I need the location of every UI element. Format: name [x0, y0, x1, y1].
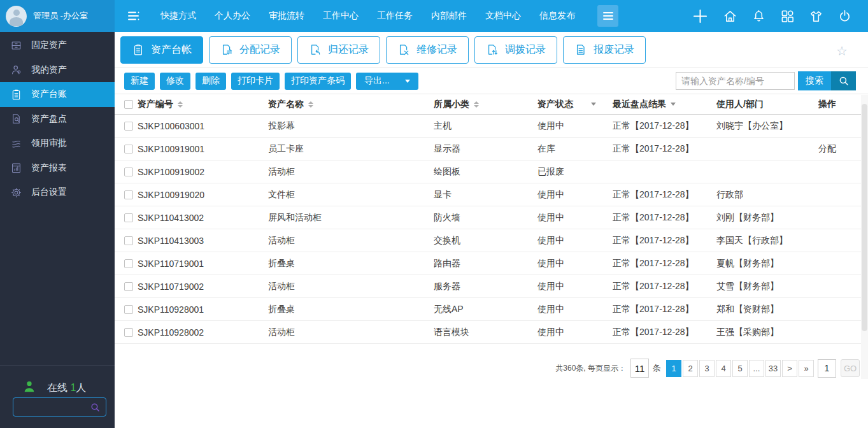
tab-5[interactable]: 调拨记录	[474, 36, 557, 64]
data-cell: 员工卡座	[268, 143, 434, 155]
row-checkbox[interactable]	[124, 168, 133, 176]
home-icon[interactable]	[723, 9, 737, 24]
tshirt-icon[interactable]	[809, 9, 823, 24]
data-cell: 刘晓宇【办公室】	[716, 120, 818, 132]
sort-icon[interactable]	[474, 101, 479, 108]
column-header-7[interactable]: 操作	[818, 99, 861, 110]
power-icon[interactable]	[837, 9, 852, 24]
page-size-input[interactable]	[630, 359, 649, 378]
row-checkbox[interactable]	[124, 305, 133, 314]
row-checkbox[interactable]	[124, 145, 133, 153]
row-checkbox[interactable]	[124, 190, 133, 199]
data-cell: SJKP110413002	[138, 213, 268, 223]
action-cell[interactable]: 分配	[818, 143, 861, 155]
row-checkbox[interactable]	[124, 259, 133, 268]
data-cell: 交换机	[434, 235, 537, 246]
sort-icon[interactable]	[178, 101, 183, 108]
sidebar-search-input[interactable]	[13, 403, 90, 412]
tab-1[interactable]: 资产台帐	[120, 36, 203, 64]
last-page-button[interactable]: »	[799, 360, 814, 377]
search-button[interactable]: 搜索	[798, 71, 831, 90]
menu-item-1[interactable]: 快捷方式	[160, 10, 196, 22]
filter-caret-icon[interactable]	[591, 103, 596, 106]
data-cell: 李国天【行政部】	[716, 235, 818, 246]
apps-icon[interactable]	[780, 9, 795, 24]
tab-6[interactable]: 报废记录	[563, 36, 646, 64]
sidebar-item-2[interactable]: 我的资产	[0, 58, 115, 83]
row-checkbox[interactable]	[124, 122, 133, 131]
sidebar-item-3[interactable]: 资产台账	[0, 82, 115, 107]
sidebar-menu: 固定资产我的资产资产台账资产盘点领用审批资产报表后台设置	[0, 32, 115, 205]
bell-icon[interactable]	[751, 9, 766, 24]
toolbar-button-2[interactable]: 修改	[160, 73, 190, 90]
tab-4[interactable]: 维修记录	[386, 36, 469, 64]
row-checkbox-cell	[115, 122, 138, 131]
export-button[interactable]: 导出...	[356, 73, 418, 90]
page-button-5[interactable]: 5	[732, 360, 748, 377]
page-button-33[interactable]: 33	[765, 360, 781, 377]
page-button-3[interactable]: 3	[699, 360, 715, 377]
toolbar-button-1[interactable]: 新建	[124, 73, 155, 90]
collapse-menu-icon[interactable]	[126, 8, 141, 24]
sidebar-item-6[interactable]: 资产报表	[0, 156, 115, 181]
menu-item-3[interactable]: 审批流转	[269, 10, 304, 22]
row-checkbox[interactable]	[124, 282, 133, 291]
doc-repair-icon	[397, 43, 410, 56]
data-cell: SJKP110413003	[138, 236, 268, 246]
toolbar-button-4[interactable]: 打印卡片	[231, 73, 280, 90]
toolbar-button-5[interactable]: 打印资产条码	[285, 73, 351, 90]
filter-caret-icon[interactable]	[671, 103, 676, 106]
menu-item-5[interactable]: 工作任务	[377, 10, 413, 22]
page-button-4[interactable]: 4	[716, 360, 731, 377]
column-header-4[interactable]: 资产状态	[537, 99, 613, 110]
row-checkbox[interactable]	[124, 213, 133, 222]
sidebar-item-label: 固定资产	[31, 39, 67, 51]
page-button-1[interactable]: 1	[666, 360, 681, 377]
select-all-checkbox[interactable]	[124, 100, 133, 109]
column-header-2[interactable]: 资产名称	[268, 99, 434, 110]
column-header-3[interactable]: 所属小类	[434, 99, 537, 110]
column-label: 资产编号	[138, 99, 173, 110]
row-checkbox[interactable]	[124, 328, 133, 337]
column-header-6[interactable]: 使用人/部门	[716, 99, 818, 110]
page-button-2[interactable]: 2	[683, 360, 698, 377]
column-header-5[interactable]: 最近盘点结果	[613, 99, 716, 110]
sidebar-item-5[interactable]: 领用审批	[0, 131, 115, 156]
menu-item-8[interactable]: 信息发布	[539, 10, 575, 22]
sidebar-item-4[interactable]: 资产盘点	[0, 107, 115, 132]
toolbar-button-3[interactable]: 删除	[196, 73, 226, 90]
data-cell: 显示器	[434, 143, 537, 155]
search-area: 搜索	[676, 71, 856, 90]
go-button[interactable]: GO	[841, 359, 860, 377]
goto-page-input[interactable]	[818, 359, 836, 378]
sidebar-item-7[interactable]: 后台设置	[0, 180, 115, 205]
toolbar: 新建修改删除打印卡片打印资产条码 导出... 搜索	[115, 68, 868, 94]
sort-icon[interactable]	[308, 101, 313, 108]
row-checkbox[interactable]	[124, 236, 133, 245]
menu-item-2[interactable]: 个人办公	[215, 10, 250, 22]
tab-label: 调拨记录	[505, 43, 546, 57]
tab-2[interactable]: 分配记录	[209, 36, 292, 64]
scrollbar-thumb[interactable]	[862, 104, 867, 331]
column-header-1[interactable]: 资产编号	[138, 99, 268, 110]
data-cell: 夏帆【财务部】	[716, 258, 818, 269]
row-checkbox-cell	[115, 168, 138, 176]
menu-item-4[interactable]: 工作中心	[323, 10, 359, 22]
data-cell: 使用中	[537, 327, 613, 338]
user-area[interactable]: 管理员 -办公室	[0, 0, 115, 32]
tabs-row: 资产台帐分配记录归还记录维修记录调拨记录报废记录☆	[115, 32, 868, 68]
sidebar-item-1[interactable]: 固定资产	[0, 33, 115, 58]
search-magnifier-button[interactable]	[831, 71, 856, 90]
hamburger-icon[interactable]	[597, 5, 618, 27]
tab-3[interactable]: 归还记录	[297, 36, 380, 64]
asset-search-input[interactable]	[676, 72, 795, 90]
sidebar-search-icon[interactable]	[90, 402, 101, 413]
page-button-...[interactable]: ...	[749, 360, 764, 377]
plus-icon[interactable]	[692, 8, 709, 25]
next-page-button[interactable]: >	[782, 360, 797, 377]
favorite-star-icon[interactable]: ☆	[836, 43, 848, 59]
page-size-unit: 条	[653, 362, 661, 374]
menu-item-7[interactable]: 文档中心	[485, 10, 521, 22]
menu-item-6[interactable]: 内部邮件	[431, 10, 467, 22]
tab-label: 资产台帐	[151, 43, 192, 57]
